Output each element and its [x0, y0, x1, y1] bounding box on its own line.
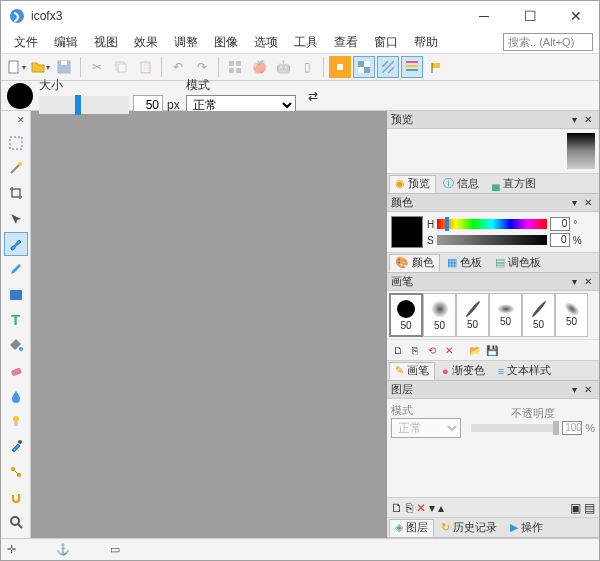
text-tool[interactable]: T	[4, 308, 28, 331]
brushes-panel-header[interactable]: 画笔 ▾ ✕	[387, 273, 599, 291]
cut-button[interactable]: ✂	[86, 56, 108, 78]
new-layer-icon[interactable]: 🗋	[391, 501, 403, 515]
size-slider[interactable]	[39, 96, 129, 114]
open-folder-icon[interactable]: 📂	[468, 343, 482, 357]
layers-panel-header[interactable]: 图层 ▾ ✕	[387, 381, 599, 399]
canvas-area[interactable]	[31, 111, 387, 538]
hatch-button[interactable]	[377, 56, 399, 78]
merge-icon[interactable]: ▣	[570, 501, 581, 515]
tab-info[interactable]: ⓘ信息	[437, 175, 485, 193]
layers-icon-button[interactable]	[401, 56, 423, 78]
save-button[interactable]	[53, 56, 75, 78]
tab-ops[interactable]: ▶操作	[504, 519, 549, 537]
panel-close-icon[interactable]: ✕	[581, 113, 595, 127]
dup-brush-icon[interactable]: ⎘	[408, 343, 422, 357]
brush-preset[interactable]: 50	[456, 293, 489, 337]
save-brush-icon[interactable]: 💾	[485, 343, 499, 357]
up-layer-icon[interactable]: ▴	[438, 501, 444, 515]
del-layer-icon[interactable]: ✕	[416, 501, 426, 515]
new-brush-icon[interactable]: 🗋	[391, 343, 405, 357]
panel-menu-icon[interactable]: ▾	[567, 196, 581, 210]
hue-value[interactable]: 0	[550, 217, 570, 231]
lighten-tool[interactable]	[4, 409, 28, 432]
panel-close-icon[interactable]: ✕	[581, 196, 595, 210]
dup-layer-icon[interactable]: ⎘	[406, 501, 413, 515]
open-button[interactable]: ▾	[29, 56, 51, 78]
eraser-tool[interactable]	[4, 359, 28, 382]
hue-slider[interactable]	[437, 219, 547, 229]
swap-icon[interactable]: ⇄	[302, 85, 324, 107]
tab-textstyle[interactable]: ≡文本样式	[492, 362, 557, 380]
panel-menu-icon[interactable]: ▾	[567, 275, 581, 289]
rect-tool[interactable]	[4, 283, 28, 306]
menu-options[interactable]: 选项	[247, 32, 285, 53]
tab-history[interactable]: ↻历史记录	[435, 519, 503, 537]
current-color[interactable]	[391, 216, 423, 248]
brush-preset[interactable]: 50	[522, 293, 555, 337]
minimize-button[interactable]: ─	[461, 1, 507, 31]
brush-preset[interactable]: 50	[555, 293, 588, 337]
tab-swatches[interactable]: ▦色板	[441, 254, 488, 272]
colors-panel-header[interactable]: 颜色 ▾ ✕	[387, 194, 599, 212]
panel-menu-icon[interactable]: ▾	[567, 113, 581, 127]
clone-tool[interactable]	[4, 460, 28, 483]
menu-help[interactable]: 帮助	[407, 32, 445, 53]
panel-close-icon[interactable]: ✕	[581, 275, 595, 289]
copy-button[interactable]	[110, 56, 132, 78]
menu-see[interactable]: 查看	[327, 32, 365, 53]
flag-button[interactable]	[425, 56, 447, 78]
menu-image[interactable]: 图像	[207, 32, 245, 53]
crop-tool[interactable]	[4, 182, 28, 205]
menu-file[interactable]: 文件	[7, 32, 45, 53]
brush-preset[interactable]: 50	[489, 293, 522, 337]
paste-button[interactable]: 📋	[134, 56, 156, 78]
flatten-icon[interactable]: ▤	[584, 501, 595, 515]
tab-preview[interactable]: ◉预览	[389, 175, 436, 193]
down-layer-icon[interactable]: ▾	[429, 501, 435, 515]
panel-close-icon[interactable]: ✕	[581, 383, 595, 397]
maximize-button[interactable]: ☐	[507, 1, 553, 31]
blur-tool[interactable]	[4, 384, 28, 407]
windows-icon[interactable]	[224, 56, 246, 78]
pencil-tool[interactable]	[4, 258, 28, 281]
checker-button[interactable]	[353, 56, 375, 78]
toolstrip-close[interactable]: ✕	[17, 115, 27, 125]
mode-a-button[interactable]	[329, 56, 351, 78]
sat-value[interactable]: 0	[550, 233, 570, 247]
menu-adjust[interactable]: 调整	[167, 32, 205, 53]
foreground-color[interactable]	[7, 83, 33, 109]
tab-histogram[interactable]: ▄直方图	[486, 175, 542, 193]
reset-brush-icon[interactable]: ⟲	[425, 343, 439, 357]
sat-slider[interactable]	[437, 235, 547, 245]
device-icon[interactable]: ▯	[296, 56, 318, 78]
android-icon[interactable]: 🤖	[272, 56, 294, 78]
new-button[interactable]: ▾	[5, 56, 27, 78]
delete-brush-icon[interactable]: ✕	[442, 343, 456, 357]
preview-panel-header[interactable]: 预览 ▾ ✕	[387, 111, 599, 129]
apple-icon[interactable]: 🍎	[248, 56, 270, 78]
hand-tool[interactable]	[4, 485, 28, 508]
menu-tools[interactable]: 工具	[287, 32, 325, 53]
tab-palette[interactable]: ▤调色板	[489, 254, 547, 272]
redo-button[interactable]: ↷	[191, 56, 213, 78]
menu-effects[interactable]: 效果	[127, 32, 165, 53]
brush-tool[interactable]	[4, 232, 28, 255]
undo-button[interactable]: ↶	[167, 56, 189, 78]
move-tool[interactable]	[4, 207, 28, 230]
menu-view[interactable]: 视图	[87, 32, 125, 53]
tab-brush[interactable]: ✎画笔	[389, 362, 435, 380]
tab-gradient[interactable]: ●渐变色	[436, 362, 491, 380]
wand-tool[interactable]	[4, 156, 28, 179]
fill-tool[interactable]	[4, 334, 28, 357]
close-button[interactable]: ✕	[553, 1, 599, 31]
tab-layers[interactable]: ◈图层	[389, 519, 434, 537]
search-input[interactable]: 搜索.. (Alt+Q)	[503, 33, 593, 51]
brush-preset[interactable]: 50	[423, 293, 456, 337]
brush-preset[interactable]: 50	[389, 293, 423, 337]
zoom-tool[interactable]	[4, 511, 28, 534]
marquee-tool[interactable]	[4, 131, 28, 154]
menu-window[interactable]: 窗口	[367, 32, 405, 53]
menu-edit[interactable]: 编辑	[47, 32, 85, 53]
tab-color[interactable]: 🎨颜色	[389, 254, 440, 272]
eyedropper-tool[interactable]	[4, 435, 28, 458]
